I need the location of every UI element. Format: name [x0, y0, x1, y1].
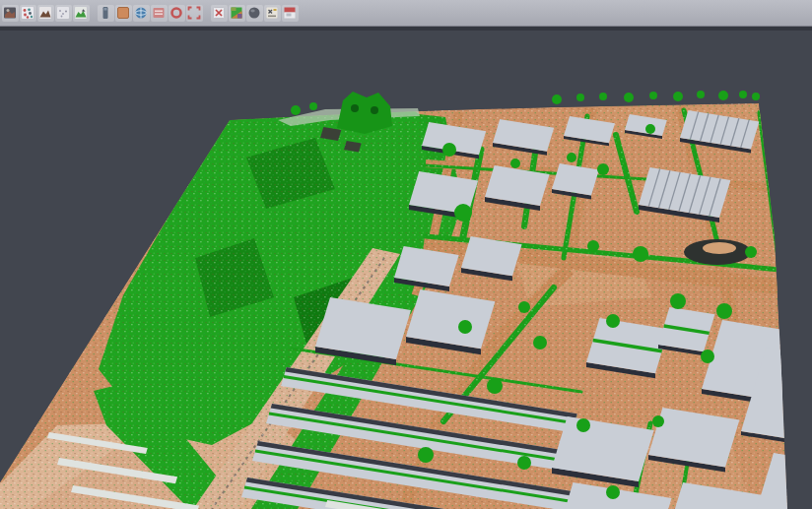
edge-tree: [649, 92, 657, 99]
tree-clump: [745, 246, 757, 258]
edge-tree: [673, 92, 683, 101]
tool-sparse-points-button[interactable]: [55, 5, 72, 22]
web-globe-icon: [134, 6, 148, 20]
classification-palette-icon: [230, 6, 243, 20]
tool-vegetation-model-button[interactable]: [73, 5, 90, 22]
edge-tree: [309, 102, 317, 110]
tool-layer-stack-button[interactable]: [151, 5, 168, 22]
tool-zoom-extents-button[interactable]: [186, 5, 203, 22]
edge-tree: [576, 94, 584, 101]
point-cloud-icon: [21, 6, 34, 20]
edge-tree: [291, 105, 301, 115]
tree-clump: [458, 320, 472, 334]
terrain-model-icon: [38, 6, 52, 20]
edge-tree: [718, 91, 728, 100]
main-toolbar: [0, 0, 812, 27]
edge-tree: [624, 93, 634, 102]
tree-clump: [517, 456, 531, 470]
tool-sphere-view-button[interactable]: [246, 5, 263, 22]
tree-clump: [606, 485, 620, 499]
sphere-view-icon: [247, 6, 261, 20]
tree-clump: [576, 418, 590, 432]
toolbar-group: [1, 5, 90, 22]
save-snapshot-icon: [283, 6, 297, 20]
tree-clump: [652, 415, 664, 427]
tool-open-project-button[interactable]: [2, 5, 19, 22]
tree-clump: [518, 301, 530, 313]
application-window: [0, 0, 812, 509]
tree-clump: [454, 204, 472, 222]
tool-selection-ring-button[interactable]: [169, 5, 185, 22]
tool-save-snapshot-button[interactable]: [282, 5, 299, 22]
tree-clump: [533, 336, 547, 350]
viewport-3d[interactable]: [0, 0, 812, 509]
tree-clump: [701, 350, 714, 363]
vegetation-model-icon: [74, 6, 88, 20]
edge-tree: [552, 95, 562, 104]
clear-selection-icon: [212, 6, 226, 20]
tool-classification-palette-button[interactable]: [229, 5, 245, 22]
layer-stack-icon: [152, 6, 166, 20]
tool-clear-selection-button[interactable]: [211, 5, 228, 22]
toolbar-group: [97, 5, 203, 22]
tool-report-table-button[interactable]: [264, 5, 281, 22]
ortho-image-icon: [116, 6, 130, 20]
open-project-icon: [3, 6, 17, 20]
edge-tree: [752, 93, 760, 100]
report-table-icon: [265, 6, 279, 20]
edge-tree: [599, 93, 607, 100]
tree-clump: [418, 447, 434, 463]
tree-clump: [633, 246, 648, 262]
tree-clump: [670, 293, 686, 309]
sparse-points-icon: [56, 6, 70, 20]
tree-clump: [442, 143, 456, 157]
tool-ortho-image-button[interactable]: [115, 5, 132, 22]
edge-tree: [697, 91, 705, 98]
tool-terrain-model-button[interactable]: [37, 5, 54, 22]
tool-point-cloud-button[interactable]: [20, 5, 36, 22]
tree-clump: [567, 153, 576, 162]
tool-profile-view-button[interactable]: [98, 5, 114, 22]
toolbar-group: [210, 5, 299, 22]
tree-clump: [716, 303, 732, 319]
tree-clump: [487, 378, 503, 394]
tool-web-globe-button[interactable]: [133, 5, 150, 22]
tree-clump: [597, 163, 609, 175]
zoom-extents-icon: [187, 6, 201, 20]
edge-tree: [739, 91, 747, 98]
tree-clump: [645, 124, 655, 134]
profile-view-icon: [99, 6, 112, 20]
tree-clump: [587, 240, 599, 252]
tree-clump: [510, 159, 520, 168]
selection-ring-icon: [169, 6, 183, 20]
tree-clump: [606, 314, 620, 328]
